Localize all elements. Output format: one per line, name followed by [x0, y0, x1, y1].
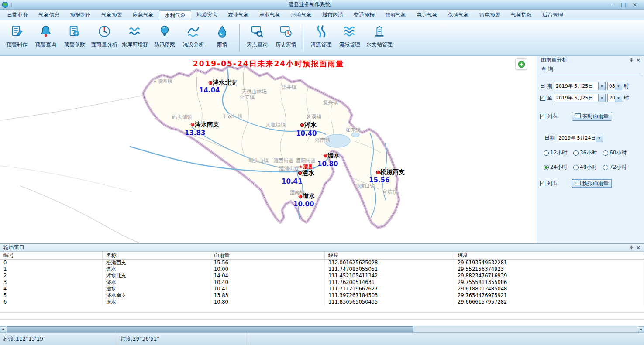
- toolbar-button-水文站管理[interactable]: 水文站管理: [364, 24, 395, 48]
- scroll-left-button[interactable]: ◄: [0, 326, 6, 332]
- toolbar-button-河流管理[interactable]: 河流管理: [307, 24, 335, 48]
- town-label-如东镇: 如东镇: [346, 127, 361, 133]
- start-date-select[interactable]: 2019年 5月25日 ▼: [554, 82, 606, 90]
- menu-item-电力气象[interactable]: 电力气象: [411, 10, 443, 19]
- output-header-row: 编号名称面雨量经度纬度: [0, 252, 644, 260]
- scrollbar-track[interactable]: [6, 326, 638, 332]
- horizontal-scrollbar[interactable]: ◄ ►: [0, 326, 644, 332]
- empty-row: [0, 312, 644, 319]
- menu-item-后台管理[interactable]: 后台管理: [537, 10, 568, 19]
- menu-item-气象预警[interactable]: 气象预警: [96, 10, 127, 19]
- menu-item-交通预报[interactable]: 交通预报: [348, 10, 380, 19]
- menu-item-预报制作[interactable]: 预报制作: [65, 10, 96, 19]
- radio-icon: [573, 165, 579, 170]
- menu-item-雷电预警[interactable]: 雷电预警: [474, 10, 506, 19]
- menu-item-地质灾害[interactable]: 地质灾害: [191, 10, 223, 19]
- realtime-list-checkbox[interactable]: [540, 114, 545, 119]
- panel-close-icon[interactable]: ×: [635, 57, 642, 63]
- start-date-value: 2019年 5月25日: [554, 83, 598, 89]
- toolbar-button-灾点查询[interactable]: 灾点查询: [243, 24, 272, 48]
- pin-icon[interactable]: [628, 58, 635, 62]
- column-header-纬度[interactable]: 纬度: [454, 252, 644, 259]
- menu-item-气象信息[interactable]: 气象信息: [33, 10, 65, 19]
- table-row[interactable]: 3涔水10.40111.7620051463129.7555811355086: [0, 279, 644, 286]
- menu-bar: 日常业务气象信息预报制作气象预警应急气象水利气象地质灾害农业气象林业气象环境气象…: [0, 10, 644, 20]
- window-controls: – □ ×: [606, 0, 641, 9]
- menu-item-应急气象[interactable]: 应急气象: [127, 10, 159, 19]
- duration-radio-24小时[interactable]: 24小时: [544, 164, 573, 171]
- start-hour-select[interactable]: 08 ▼: [607, 82, 622, 90]
- to-checkbox[interactable]: [540, 96, 545, 101]
- minimize-button[interactable]: –: [606, 0, 618, 9]
- toolbar-button-预警制作[interactable]: 预警制作: [3, 24, 31, 48]
- table-row[interactable]: 5涔水南支13.83111.39726718450329.76544769759…: [0, 292, 644, 299]
- toolbar-button-水库可增容[interactable]: 水库可增容: [120, 24, 150, 48]
- column-header-面雨量[interactable]: 面雨量: [210, 252, 325, 259]
- table-cell: 112.001625625028: [325, 260, 454, 266]
- menu-item-农业气象[interactable]: 农业气象: [223, 10, 254, 19]
- table-row[interactable]: 4澧水10.41111.71121966762729.6188012485048: [0, 286, 644, 292]
- realtime-rain-button[interactable]: 实时面雨量: [572, 112, 612, 121]
- toolbar-button-历史灾情[interactable]: 历史灾情: [272, 24, 300, 48]
- menu-item-环境气象[interactable]: 环境气象: [286, 10, 317, 19]
- maximize-button[interactable]: □: [618, 0, 629, 9]
- duration-radio-36小时[interactable]: 36小时: [573, 149, 603, 157]
- toolbar-button-淹没分析[interactable]: 淹没分析: [179, 24, 208, 48]
- menu-item-保险气象[interactable]: 保险气象: [443, 10, 474, 19]
- duration-radio-12小时[interactable]: 12小时: [544, 149, 573, 157]
- column-header-经度[interactable]: 经度: [325, 252, 454, 259]
- forecast-rain-button[interactable]: 预报面雨量: [572, 179, 612, 188]
- radio-icon: [603, 150, 608, 156]
- zoom-in-button[interactable]: [515, 58, 527, 70]
- toolbar-button-预警查询[interactable]: 预警查询: [31, 24, 60, 48]
- duration-radio-72小时[interactable]: 72小时: [603, 164, 637, 171]
- alert-query-icon: [39, 24, 52, 38]
- toolbar-button-流域管理[interactable]: 流域管理: [335, 24, 364, 48]
- duration-radio-60小时[interactable]: 60小时: [603, 149, 637, 157]
- toolbar-button-面雨量分析[interactable]: 面雨量分析: [89, 24, 120, 48]
- app-icon: [2, 2, 8, 8]
- town-label-官垸镇: 官垸镇: [382, 189, 398, 195]
- column-header-编号[interactable]: 编号: [0, 252, 103, 259]
- output-close-icon[interactable]: ×: [635, 244, 642, 251]
- toolbar-button-雨情[interactable]: 雨情: [208, 24, 237, 48]
- rain-info-icon: [216, 24, 229, 38]
- menu-item-水利气象[interactable]: 水利气象: [159, 10, 191, 20]
- menu-item-气象指数[interactable]: 气象指数: [506, 10, 537, 19]
- table-cell: 29.6666157957282: [454, 299, 644, 305]
- menu-item-林业气象[interactable]: 林业气象: [254, 10, 286, 19]
- duration-label: 24小时: [550, 164, 567, 171]
- close-button[interactable]: ×: [629, 0, 641, 9]
- table-cell: 14.04: [210, 273, 325, 279]
- table-cell: 111.747083055051: [325, 266, 454, 273]
- table-row[interactable]: 2涔水北支14.04111.45210541134229.88234767169…: [0, 273, 644, 279]
- pin-icon[interactable]: [628, 245, 635, 250]
- forecast-list-checkbox[interactable]: [540, 181, 545, 186]
- table-cell: 10.41: [210, 286, 325, 292]
- table-grid-icon: [575, 181, 581, 187]
- duration-label: 36小时: [580, 149, 597, 157]
- table-cell: 3: [0, 279, 103, 286]
- forecast-date-value: 2019年 5月24日: [557, 135, 596, 141]
- table-row[interactable]: 1道水10.00111.74708305505129.552156374923: [0, 266, 644, 273]
- table-cell: 涔水: [103, 279, 210, 286]
- toolbar-button-预警参数[interactable]: 预警参数: [60, 24, 89, 48]
- column-header-名称[interactable]: 名称: [103, 252, 210, 259]
- end-date-select[interactable]: 2019年 5月25日 ▼: [554, 94, 606, 102]
- scroll-right-button[interactable]: ►: [638, 326, 644, 332]
- end-hour-select[interactable]: 20 ▼: [607, 94, 622, 102]
- town-label-盐井镇: 盐井镇: [282, 84, 297, 91]
- toolbar-button-防汛预案[interactable]: 防汛预案: [150, 24, 179, 48]
- radio-icon: [544, 165, 549, 170]
- station-value-澹水: 10.80: [317, 161, 338, 167]
- toolbar-button-label: 水库可增容: [122, 41, 148, 48]
- menu-item-日常业务[interactable]: 日常业务: [2, 10, 33, 19]
- duration-radio-48小时[interactable]: 48小时: [573, 164, 603, 171]
- menu-item-城市内涝[interactable]: 城市内涝: [317, 10, 348, 19]
- table-row[interactable]: 0松滋西支15.56112.00162562502829.61935495322…: [0, 260, 644, 266]
- table-row[interactable]: 6澹水10.80111.83056505043529.6666157957282: [0, 299, 644, 305]
- scrollbar-thumb[interactable]: [7, 326, 413, 332]
- map-area[interactable]: 甘溪滩镇盐井镇天供山林场金罗镇复兴镇码头铺镇王家厂镇大堰垱镇梦溪镇涔南镇如东镇城…: [0, 56, 537, 243]
- forecast-date-select[interactable]: 2019年 5月24日 ▼: [557, 134, 603, 142]
- menu-item-旅游气象[interactable]: 旅游气象: [380, 10, 411, 19]
